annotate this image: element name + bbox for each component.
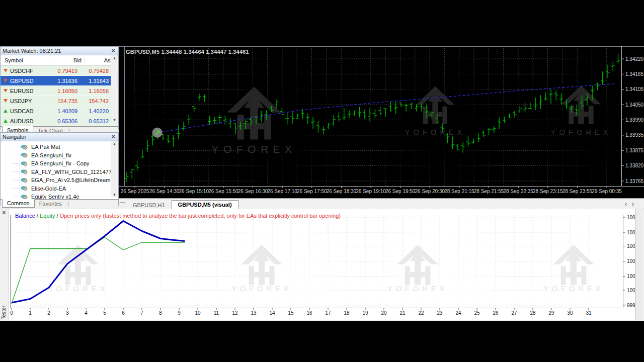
navigator-item[interactable]: EA Sengkuni_fix <box>1 151 118 160</box>
market-watch-titlebar[interactable]: Market Watch: 08:21:21 ✕ <box>1 47 118 55</box>
svg-text:26 Sep 19:50: 26 Sep 19:50 <box>385 189 416 194</box>
svg-text:30: 30 <box>567 310 573 316</box>
svg-text:11: 11 <box>214 310 219 316</box>
svg-text:16: 16 <box>306 310 312 316</box>
tester-scrollbar[interactable] <box>635 209 643 320</box>
tester-legend: Balance / Equity / Open prices only (fas… <box>15 213 341 219</box>
market-watch-row[interactable]: USDCHF0.794190.79428 <box>1 66 118 76</box>
chart-tabs-stub <box>120 202 125 209</box>
navigator-titlebar[interactable]: Navigator ✕ <box>1 133 118 141</box>
scroll-left-icon[interactable]: ‹ <box>625 201 632 208</box>
scroll-down-icon[interactable]: ▾ <box>113 117 116 122</box>
tab-favorites[interactable]: Favorites <box>35 200 66 207</box>
svg-text:1: 1 <box>29 310 32 316</box>
svg-text:YOFOREX: YOFOREX <box>551 128 612 136</box>
market-watch-row[interactable]: GBPUSD1.316361.31643 <box>1 76 118 86</box>
tester-side-strip: ✕ Tester <box>0 209 9 321</box>
svg-text:10: 10 <box>195 310 201 316</box>
navigator-item[interactable]: EA Pak Mat <box>1 143 118 151</box>
navigator-item-label: EA Sengkuni_fix - Copy <box>31 160 90 166</box>
navigator-item[interactable]: Elise-Gold-EA <box>1 185 118 193</box>
symbol-cell: USDCHF <box>10 68 49 74</box>
expert-advisor-icon <box>21 144 29 150</box>
column-header-bid[interactable]: Bid <box>53 57 85 63</box>
close-icon[interactable]: ✕ <box>110 48 116 53</box>
navigator-item[interactable]: Equity Sentry v1.4e <box>1 193 118 199</box>
chart-tab-gbpusd-m5-visual[interactable]: GBPUSD,M5 (visual) <box>172 200 238 209</box>
svg-text:10044: 10044 <box>627 243 635 249</box>
market-watch-rows: USDCHF0.794190.79428GBPUSD1.316361.31643… <box>1 66 118 126</box>
symbol-cell: USDJPY <box>10 98 49 104</box>
svg-text:7: 7 <box>140 310 143 316</box>
tab-common[interactable]: Common <box>2 199 35 208</box>
scroll-up-icon[interactable]: ▴ <box>113 55 116 60</box>
market-watch-scrollbar[interactable]: ▴ ▾ <box>111 55 118 122</box>
svg-text:3: 3 <box>66 310 69 316</box>
svg-text:1.33990: 1.33990 <box>625 117 644 123</box>
navigator-item[interactable]: EA Sengkuni_fix - Copy <box>1 159 118 168</box>
tester-tab-label[interactable]: Tester <box>1 306 7 319</box>
svg-text:23: 23 <box>437 310 443 316</box>
navigator-item[interactable]: EGA_Pro_Ai v2.5@LifeInDream <box>1 176 118 185</box>
ask-cell: 0.79428 <box>80 68 112 74</box>
svg-text:14: 14 <box>269 310 275 316</box>
svg-text:9: 9 <box>178 310 181 316</box>
navigator-scrollbar[interactable]: ▴ ▾ <box>111 141 118 197</box>
svg-text:27: 27 <box>511 310 517 316</box>
svg-text:26 Sep 19:10: 26 Sep 19:10 <box>356 189 386 194</box>
ask-cell: 1.40220 <box>80 108 112 114</box>
chart-header-ohlc: GBPUSD,M5 1.34448 1.34464 1.34447 1.3446… <box>126 49 249 55</box>
svg-text:YOFOREX: YOFOREX <box>543 284 604 293</box>
svg-text:20: 20 <box>381 310 387 316</box>
svg-text:YOFOREX: YOFOREX <box>48 284 109 293</box>
navigator-panel: Navigator ✕ EA Pak MatEA Sengkuni_fixEA … <box>0 132 119 206</box>
scroll-right-icon[interactable]: › <box>632 201 639 208</box>
navigator-item[interactable]: EA_FLY_WITH_GOLD_1121477 <box>1 168 118 176</box>
expert-advisor-icon <box>21 152 29 158</box>
svg-text:YOFOREX: YOFOREX <box>212 143 297 155</box>
svg-text:2: 2 <box>47 310 50 316</box>
chart-tab-gbpusd-h1[interactable]: GBPUSD,H1 <box>127 201 171 209</box>
symbol-cell: AUDUSD <box>10 118 49 124</box>
navigator-tree: EA Pak MatEA Sengkuni_fixEA Sengkuni_fix… <box>1 141 118 199</box>
svg-text:26 Sep 20:30: 26 Sep 20:30 <box>415 189 445 194</box>
trade-marker[interactable] <box>152 128 163 138</box>
close-icon[interactable]: ✕ <box>2 210 6 215</box>
candlestick-chart[interactable]: YOFOREXYOFOREXYOFOREX1.342201.341651.341… <box>119 46 644 198</box>
svg-text:28 Sep 23:15: 28 Sep 23:15 <box>533 189 563 194</box>
bid-cell: 1.40209 <box>49 108 80 114</box>
svg-text:1.33875: 1.33875 <box>625 148 644 153</box>
chart-window[interactable]: YOFOREXYOFOREXYOFOREX1.342201.341651.341… <box>119 46 644 198</box>
navigator-title: Navigator <box>3 134 110 140</box>
up-arrow-icon <box>4 119 8 123</box>
market-watch-row[interactable]: EURUSD1.160501.16056 <box>1 86 118 96</box>
legend-equity: Equity <box>40 213 55 219</box>
svg-text:YOFOREX: YOFOREX <box>387 284 448 293</box>
bid-cell: 1.31636 <box>49 78 80 84</box>
chart-tabs-scroll-arrows[interactable]: ‹› <box>625 201 644 208</box>
balance-equity-chart[interactable]: YOFOREXYOFOREXYOFOREXYOFOREX012345678910… <box>9 209 635 320</box>
close-icon[interactable]: ✕ <box>110 134 116 139</box>
down-arrow-icon <box>4 79 8 82</box>
down-arrow-icon <box>4 69 8 72</box>
expert-advisor-icon <box>21 185 29 192</box>
svg-text:22: 22 <box>418 310 424 316</box>
tester-chart-area[interactable]: Balance / Equity / Open prices only (fas… <box>9 209 635 320</box>
expert-advisor-icon <box>21 177 29 184</box>
legend-note: Open prices only (fastest method to anal… <box>60 213 341 219</box>
market-watch-row[interactable]: AUDUSD0.653060.65312 <box>1 116 118 126</box>
scroll-up-icon[interactable]: ▴ <box>113 141 116 146</box>
svg-text:1.33820: 1.33820 <box>625 163 644 168</box>
svg-text:26 Sep 17:50: 26 Sep 17:50 <box>297 189 327 194</box>
scroll-down-icon[interactable]: ▾ <box>113 192 116 197</box>
svg-text:1.33765: 1.33765 <box>625 178 644 184</box>
svg-text:28: 28 <box>530 310 536 316</box>
expert-advisor-icon <box>21 194 29 199</box>
navigator-item-label: Equity Sentry v1.4e <box>31 194 79 199</box>
market-watch-row[interactable]: USDJPY154.735154.742 <box>1 96 118 106</box>
svg-text:26 Sep 17:10: 26 Sep 17:10 <box>267 189 297 194</box>
column-header-symbol[interactable]: Symbol <box>1 57 53 63</box>
market-watch-row[interactable]: USDCAD1.402091.40220 <box>1 106 118 116</box>
tabbar-divider: | <box>67 201 69 207</box>
bid-cell: 154.735 <box>49 98 80 104</box>
